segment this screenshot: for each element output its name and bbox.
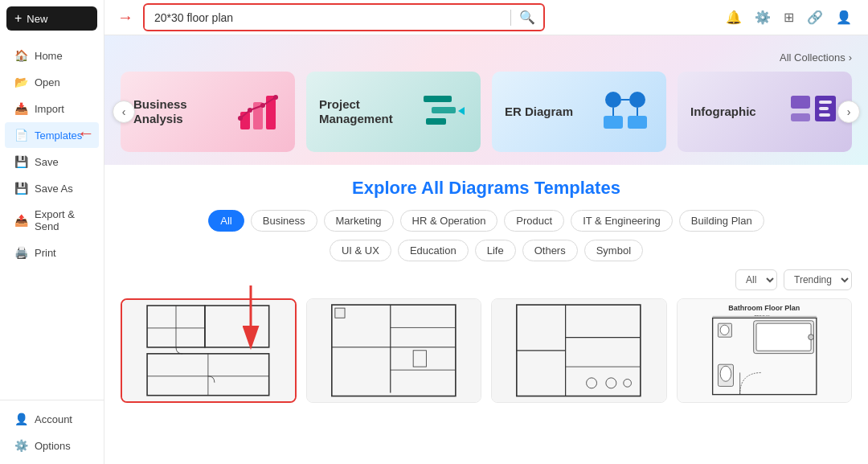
template-card-infographic[interactable]: Infographic bbox=[678, 72, 852, 152]
svg-rect-27 bbox=[205, 306, 269, 347]
sidebar-item-account-label: Account bbox=[35, 413, 72, 425]
sidebar-item-print[interactable]: 🖨️ Print bbox=[5, 240, 99, 265]
sort-row: All Trending Newest Popular bbox=[121, 269, 852, 290]
template-card-fp1[interactable] bbox=[121, 298, 297, 403]
hero-section: All Collections › ‹ Business Analysis bbox=[104, 35, 868, 165]
sidebar-item-templates[interactable]: 📄 Templates bbox=[5, 122, 99, 148]
card-ba-icon-area bbox=[234, 88, 282, 136]
sidebar-item-options[interactable]: ⚙️ Options bbox=[5, 433, 99, 458]
trending-select[interactable]: Trending Newest Popular bbox=[784, 269, 852, 290]
bar-chart-icon bbox=[234, 88, 282, 136]
tpl-card-img-bathroom: Bathroom Floor Plan 120.0 in bbox=[678, 299, 852, 402]
sidebar-item-open[interactable]: 📂 Open bbox=[5, 69, 99, 95]
filter-ui[interactable]: UI & UX bbox=[330, 240, 391, 261]
sidebar-item-import-label: Import bbox=[35, 103, 64, 115]
search-container: → 🔍 bbox=[117, 3, 680, 31]
search-box: 🔍 bbox=[143, 3, 545, 31]
filter-tags-row1: All Business Marketing HR & Operation Pr… bbox=[121, 210, 852, 232]
svg-point-3 bbox=[238, 116, 243, 121]
options-icon: ⚙️ bbox=[14, 439, 28, 452]
svg-marker-10 bbox=[458, 107, 465, 115]
svg-rect-18 bbox=[791, 96, 810, 109]
explore-section: Explore All Diagrams Templates All Busin… bbox=[104, 165, 868, 464]
filter-symbol[interactable]: Symbol bbox=[584, 240, 643, 261]
svg-rect-21 bbox=[819, 101, 832, 104]
carousel-next-button[interactable]: › bbox=[837, 101, 860, 123]
svg-rect-7 bbox=[424, 96, 452, 102]
svg-point-4 bbox=[248, 108, 252, 113]
svg-point-52 bbox=[720, 366, 731, 381]
svg-text:120.0 in: 120.0 in bbox=[754, 315, 769, 317]
sidebar: + New 🏠 Home 📂 Open 📥 Import 📄 Templates… bbox=[0, 0, 104, 464]
tpl-card-img-fp2 bbox=[307, 299, 481, 402]
sidebar-item-import[interactable]: 📥 Import bbox=[5, 96, 99, 121]
svg-point-12 bbox=[629, 92, 645, 108]
sidebar-item-save-as[interactable]: 💾 Save As bbox=[5, 175, 99, 201]
filter-education[interactable]: Education bbox=[398, 240, 469, 261]
template-card-project-management[interactable]: Project Management bbox=[306, 72, 481, 152]
sidebar-item-account[interactable]: 👤 Account bbox=[5, 406, 99, 432]
sidebar-item-save-label: Save bbox=[35, 156, 59, 168]
search-arrow-annotation: → bbox=[117, 8, 133, 27]
floor-plan-3-preview bbox=[496, 302, 661, 400]
tpl-card-img-fp3 bbox=[492, 299, 666, 402]
filter-marketing[interactable]: Marketing bbox=[324, 210, 394, 232]
gantt-icon bbox=[420, 88, 468, 136]
svg-point-47 bbox=[624, 380, 632, 388]
svg-point-6 bbox=[273, 95, 278, 100]
link-icon[interactable]: 🔗 bbox=[804, 6, 826, 28]
svg-rect-9 bbox=[426, 118, 446, 125]
grid-icon[interactable]: ⊞ bbox=[780, 6, 797, 28]
template-card-fp3[interactable] bbox=[491, 298, 667, 403]
svg-point-57 bbox=[808, 335, 813, 340]
sidebar-item-home[interactable]: 🏠 Home bbox=[5, 43, 99, 68]
new-button[interactable]: + New bbox=[6, 6, 97, 31]
svg-point-11 bbox=[605, 92, 621, 108]
filter-it[interactable]: IT & Engineering bbox=[571, 210, 673, 232]
main-content: → 🔍 🔔 ⚙️ ⊞ 🔗 👤 All Collections › ‹ bbox=[104, 0, 868, 464]
card-info-title: Infographic bbox=[690, 105, 756, 119]
sidebar-item-export[interactable]: 📤 Export & Send bbox=[5, 202, 99, 239]
all-collections-label: All Collections bbox=[780, 51, 845, 64]
templates-icon: 📄 bbox=[14, 129, 28, 142]
template-card-business-analysis[interactable]: Business Analysis bbox=[121, 72, 295, 152]
all-collections-link[interactable]: All Collections › bbox=[121, 51, 852, 64]
open-icon: 📂 bbox=[14, 76, 28, 88]
template-card-bathroom[interactable]: Bathroom Floor Plan 120.0 in bbox=[677, 298, 853, 403]
svg-rect-19 bbox=[791, 113, 810, 121]
search-input[interactable] bbox=[145, 6, 510, 29]
bathroom-floor-plan-preview: 120.0 in bbox=[681, 315, 849, 397]
search-button[interactable]: 🔍 bbox=[511, 5, 543, 30]
svg-rect-13 bbox=[604, 116, 623, 129]
carousel-prev-button[interactable]: ‹ bbox=[113, 101, 135, 123]
svg-point-46 bbox=[606, 378, 616, 388]
filter-life[interactable]: Life bbox=[475, 240, 516, 261]
filter-business[interactable]: Business bbox=[251, 210, 317, 232]
filter-hr[interactable]: HR & Operation bbox=[400, 210, 498, 232]
infographic-icon bbox=[787, 88, 839, 136]
floor-plan-1-preview bbox=[126, 302, 290, 399]
card-pm-icon-area bbox=[420, 88, 468, 136]
explore-title: Explore All Diagrams Templates bbox=[121, 178, 852, 199]
filter-all[interactable]: All bbox=[208, 210, 244, 232]
svg-rect-22 bbox=[819, 107, 829, 110]
template-card-fp2[interactable] bbox=[306, 298, 482, 403]
plus-icon: + bbox=[14, 11, 22, 26]
sidebar-item-print-label: Print bbox=[35, 247, 56, 259]
svg-rect-14 bbox=[628, 116, 647, 129]
notification-icon[interactable]: 🔔 bbox=[723, 6, 745, 28]
filter-product[interactable]: Product bbox=[504, 210, 564, 232]
filter-others[interactable]: Others bbox=[522, 240, 578, 261]
sidebar-item-save[interactable]: 💾 Save bbox=[5, 149, 99, 175]
tpl-card-img-fp1 bbox=[122, 300, 295, 401]
template-card-er-diagram[interactable]: ER Diagram bbox=[492, 72, 666, 152]
settings-icon[interactable]: ⚙️ bbox=[751, 6, 774, 28]
account-icon: 👤 bbox=[14, 413, 28, 425]
user-icon[interactable]: 👤 bbox=[833, 6, 855, 28]
category-select[interactable]: All bbox=[735, 269, 777, 290]
card-er-title: ER Diagram bbox=[505, 105, 573, 119]
home-icon: 🏠 bbox=[14, 49, 28, 62]
svg-rect-56 bbox=[756, 323, 811, 351]
filter-building[interactable]: Building Plan bbox=[679, 210, 764, 232]
print-icon: 🖨️ bbox=[14, 246, 28, 259]
